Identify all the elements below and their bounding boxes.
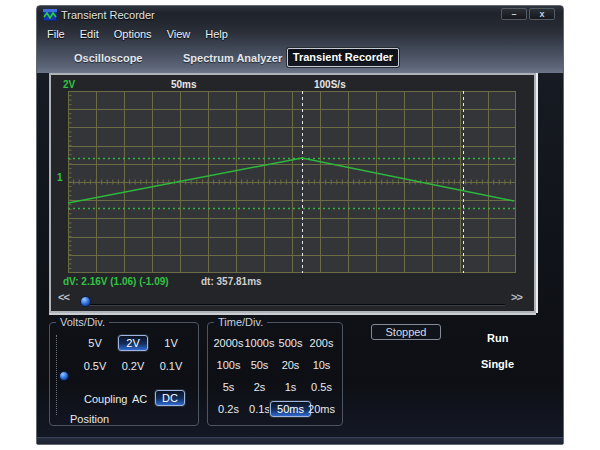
volts-0p1v-button[interactable]: 0.1V [160, 360, 183, 372]
scope-display-panel: 2V 50ms 100S/s 1 dV: 2.16V (1.06) (-1.09… [49, 73, 536, 313]
volts-0p5v-button[interactable]: 0.5V [84, 360, 107, 372]
volts-div-legend: Volts/Div. [56, 316, 109, 328]
time-2s-button[interactable]: 2s [254, 381, 266, 393]
dt-readout: dt: 357.81ms [201, 276, 262, 287]
menu-help[interactable]: Help [205, 28, 228, 40]
time-20s-button[interactable]: 20s [282, 359, 300, 371]
menu-file[interactable]: File [47, 28, 65, 40]
volts-2v-button[interactable]: 2V [118, 335, 148, 351]
window-title: Transient Recorder [61, 9, 155, 21]
position-slider-thumb[interactable] [59, 371, 69, 381]
dv-readout: dV: 2.16V (1.06) (-1.09) [63, 276, 169, 287]
coupling-dc-button[interactable]: DC [155, 390, 185, 406]
scope-plot [68, 91, 516, 273]
volts-div-group: Volts/Div. 5V 2V 1V 0.5V 0.2V 0.1V Coupl… [49, 322, 199, 426]
volts-5v-button[interactable]: 5V [88, 337, 101, 349]
time-1000s-button[interactable]: 1000s [245, 337, 275, 349]
menu-edit[interactable]: Edit [80, 28, 99, 40]
volts-1v-button[interactable]: 1V [164, 337, 177, 349]
time-1s-button[interactable]: 1s [285, 381, 297, 393]
volts-0p2v-button[interactable]: 0.2V [122, 360, 145, 372]
volts-div-buttons: 5V 2V 1V 0.5V 0.2V 0.1V [76, 331, 190, 377]
app-icon [43, 9, 57, 21]
time-0p1s-button[interactable]: 0.1s [249, 403, 270, 415]
run-button[interactable]: Run [487, 332, 508, 344]
position-slider-track[interactable] [56, 335, 57, 415]
position-label: Position [70, 413, 109, 425]
app-window: Transient Recorder – x File Edit Options… [36, 5, 564, 445]
time-2000s-button[interactable]: 2000s [214, 337, 244, 349]
time-5s-button[interactable]: 5s [223, 381, 235, 393]
tab-oscilloscope[interactable]: Oscilloscope [74, 52, 142, 64]
time-100s-button[interactable]: 100s [217, 359, 241, 371]
time-per-div-readout: 50ms [171, 79, 197, 90]
y-axis-label: 1 [57, 172, 63, 183]
time-200s-button[interactable]: 200s [310, 337, 334, 349]
title-bar[interactable]: Transient Recorder – x [37, 6, 563, 24]
time-div-buttons: 2000s 1000s 500s 200s 100s 50s 20s 10s 5… [213, 332, 337, 420]
screen: Transient Recorder – x File Edit Options… [0, 0, 600, 450]
scroll-left-icon[interactable]: << [58, 291, 69, 303]
time-10s-button[interactable]: 10s [313, 359, 331, 371]
time-0p2s-button[interactable]: 0.2s [218, 403, 239, 415]
window-header: Transient Recorder – x File Edit Options… [37, 6, 563, 73]
time-div-group: Time/Div. 2000s 1000s 500s 200s 100s 50s… [207, 322, 343, 426]
close-icon[interactable]: x [529, 8, 555, 20]
single-button[interactable]: Single [481, 358, 514, 370]
status-stopped-button[interactable]: Stopped [371, 324, 441, 340]
menu-view[interactable]: View [167, 28, 191, 40]
tab-transient-recorder[interactable]: Transient Recorder [287, 48, 399, 67]
tab-bar: Oscilloscope Spectrum Analyzer Transient… [37, 48, 563, 70]
scope-plot-area[interactable] [68, 91, 516, 273]
time-500s-button[interactable]: 500s [279, 337, 303, 349]
sample-rate-readout: 100S/s [314, 79, 346, 90]
menu-bar: File Edit Options View Help [47, 28, 228, 40]
coupling-ac-button[interactable]: AC [132, 393, 147, 405]
time-50s-button[interactable]: 50s [251, 359, 269, 371]
tab-spectrum-analyzer[interactable]: Spectrum Analyzer [183, 52, 282, 64]
minimize-icon[interactable]: – [501, 8, 527, 20]
menu-options[interactable]: Options [114, 28, 152, 40]
time-0p5s-button[interactable]: 0.5s [311, 381, 332, 393]
scope-scrollbar-track[interactable] [81, 304, 505, 306]
time-20ms-button[interactable]: 20ms [308, 403, 335, 415]
scroll-right-icon[interactable]: >> [511, 291, 522, 303]
scope-scrollbar-thumb[interactable] [80, 296, 91, 307]
window-controls: – x [501, 8, 555, 20]
window-bottom-band [37, 437, 563, 444]
time-50ms-button[interactable]: 50ms [270, 401, 311, 417]
volts-per-div-readout: 2V [63, 79, 75, 90]
coupling-label: Coupling [84, 393, 127, 405]
time-div-legend: Time/Div. [214, 316, 267, 328]
